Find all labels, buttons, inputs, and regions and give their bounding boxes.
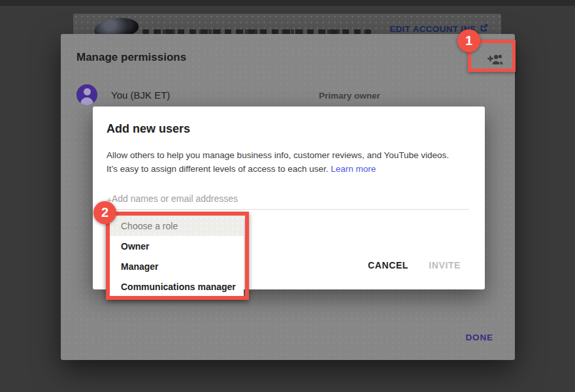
description-line-2: It’s easy to assign different levels of … [107,164,328,174]
cancel-button[interactable]: CANCEL [368,260,408,270]
external-link-icon [480,24,488,34]
done-button[interactable]: DONE [465,333,493,342]
dialog-title: Manage permissions [76,51,186,64]
modal-title: Add new users [107,122,190,136]
description-line-1: Allow others to help you manage business… [107,148,449,162]
modal-description: Allow others to help you manage business… [107,148,449,176]
screen-overlay: EDIT ACCOUNT INF Manage permissions You … [0,0,575,392]
clipped-banner-text [142,29,371,34]
top-strip [0,0,575,6]
add-users-input[interactable] [112,191,461,206]
user-role: Primary owner [319,91,380,101]
annotation-badge-2: 2 [93,201,116,224]
learn-more-link[interactable]: Learn more [331,164,376,174]
user-avatar [76,84,97,105]
invite-button[interactable]: INVITE [429,260,461,270]
input-underline [107,209,469,210]
user-name: You (BJK ET) [111,90,170,101]
annotation-badge-1: 1 [457,29,480,52]
annotation-box-2 [106,212,249,300]
